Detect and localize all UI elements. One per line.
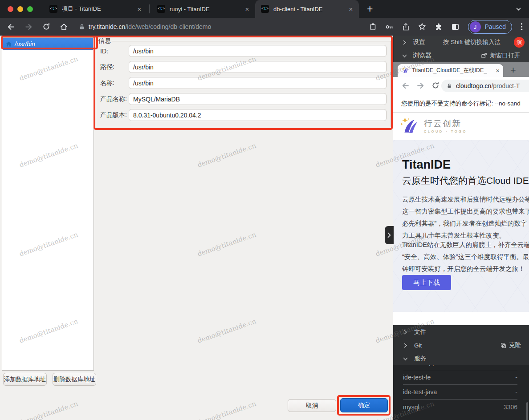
settings-label: 设置 xyxy=(413,38,425,46)
service-row[interactable]: ide-test-app-v1 - xyxy=(403,365,517,370)
product-name-label: 产品名称: xyxy=(100,95,129,103)
remove-database-button[interactable]: 删除数据库地址 xyxy=(53,373,96,386)
back-icon[interactable] xyxy=(7,23,15,31)
database-item-usr-bin[interactable]: /usr/bin xyxy=(3,38,93,50)
ide-side-panel: 设置 按 Shift 键切换输入法 演 浏览器 新窗口打开 xyxy=(393,36,529,420)
open-new-window-button[interactable]: 新窗口打开 xyxy=(481,52,521,60)
profile-paused-badge[interactable]: J Paused xyxy=(468,20,512,34)
extensions-puzzle-icon[interactable] xyxy=(435,23,443,31)
form-row: 产品版本: xyxy=(100,109,387,121)
titanide-favicon-icon: <t> xyxy=(261,5,269,13)
key-icon[interactable] xyxy=(385,23,394,31)
open-external-icon xyxy=(481,52,487,59)
minimize-window-button[interactable] xyxy=(17,6,23,12)
reload-icon[interactable] xyxy=(431,81,439,89)
close-tab-icon[interactable]: × xyxy=(346,5,355,13)
name-field[interactable] xyxy=(129,77,387,89)
back-icon[interactable] xyxy=(401,81,410,90)
name-label: 名称: xyxy=(100,79,129,87)
close-tab-icon[interactable]: × xyxy=(135,5,144,13)
embedded-tab-strip: TitanIDE_CloudIDE_在线IDE_ × + xyxy=(393,62,529,77)
git-section-header[interactable]: Git 克隆 xyxy=(393,339,529,352)
add-database-button[interactable]: 添加数据库地址 xyxy=(3,373,47,386)
lock-icon xyxy=(447,83,452,89)
cloudtogo-favicon-icon xyxy=(402,67,409,74)
tab-db-client[interactable]: <t> db-client - TitanIDE × xyxy=(255,0,359,18)
logo-text-cn: 行云创新 xyxy=(424,119,467,129)
hero-section: TitanIDE 云原生时代您的首选Cloud IDE 云原生技术高速发展和后疫… xyxy=(393,140,529,312)
settings-section-header[interactable]: 设置 按 Shift 键切换输入法 演 xyxy=(393,36,529,49)
tab-title: ruoyi - TitanIDE xyxy=(170,6,243,12)
product-version-label: 产品版本: xyxy=(100,111,129,119)
info-fieldset: 信息 ID: 路径: 名称: 产品名称: 产品版本: xyxy=(96,37,391,127)
browser-label: 浏览器 xyxy=(413,52,431,60)
home-icon[interactable] xyxy=(60,23,68,31)
download-button[interactable]: 马上下载 xyxy=(402,275,451,290)
service-row[interactable]: mysql 3306 xyxy=(403,400,517,414)
tab-project[interactable]: <t> 项目 - TitanIDE × xyxy=(44,0,147,18)
chevron-right-icon xyxy=(403,343,408,348)
reload-icon[interactable] xyxy=(42,23,50,31)
close-tab-icon[interactable]: × xyxy=(496,67,500,74)
path-label: 路径: xyxy=(100,63,129,71)
close-tab-icon[interactable]: × xyxy=(243,5,252,13)
new-tab-button[interactable]: + xyxy=(367,4,373,14)
chevron-down-icon xyxy=(403,356,408,361)
close-window-button[interactable] xyxy=(8,6,13,12)
ok-button[interactable]: 确定 xyxy=(340,398,388,412)
tab-search-chevron-icon[interactable] xyxy=(515,6,522,12)
panel-sections: 文件 Git 克隆 服务 xyxy=(393,325,529,365)
hero-title: TitanIDE xyxy=(402,158,451,172)
ime-hint-text: 按 Shift 键切换输入法 xyxy=(443,38,501,46)
id-field[interactable] xyxy=(129,45,387,57)
cancel-button[interactable]: 取消 xyxy=(288,399,336,412)
path-field[interactable] xyxy=(129,61,387,73)
home-icon xyxy=(6,41,12,47)
unsupported-flag-warning: 您使用的是不受支持的命令行标记: --no-sand xyxy=(393,95,529,113)
bookmark-star-icon[interactable] xyxy=(418,23,426,31)
database-list: /usr/bin xyxy=(2,37,94,371)
service-row[interactable]: ide-test-java - xyxy=(403,385,517,400)
clone-icon xyxy=(501,343,506,348)
side-panel-icon[interactable] xyxy=(451,23,460,31)
page-white-strip xyxy=(393,312,529,325)
services-section-header[interactable]: 服务 xyxy=(393,352,529,365)
tab-ruoyi[interactable]: <t> ruoyi - TitanIDE × xyxy=(151,0,255,18)
hero-paragraph-2: TitanIDE站在无数巨人的肩膀上，补齐全云端 “安全、高效、体验”这三个维度… xyxy=(402,239,529,275)
browser-section-header[interactable]: 浏览器 新窗口打开 xyxy=(393,49,529,62)
form-row: 产品名称: xyxy=(100,93,387,105)
panel-scrollbar[interactable] xyxy=(526,402,528,420)
embedded-address-bar[interactable]: cloudtogo.cn/product-T xyxy=(441,80,529,92)
service-row[interactable]: ide-test-fe - xyxy=(403,370,517,385)
git-clone-button[interactable]: 克隆 xyxy=(501,341,521,349)
tab-separator xyxy=(149,4,150,13)
forward-icon[interactable] xyxy=(416,81,425,90)
database-item-label: /usr/bin xyxy=(15,40,35,48)
cloudtogo-logo: 行云创新 CLOUD · TOGO xyxy=(393,113,529,140)
product-version-field[interactable] xyxy=(129,109,387,121)
embedded-new-tab-button[interactable]: + xyxy=(510,65,516,75)
panel-collapse-handle[interactable] xyxy=(385,226,394,244)
forward-icon[interactable] xyxy=(24,23,33,31)
address-bar[interactable]: try.titanide.cn/ide/web/coding/db-client… xyxy=(89,23,211,30)
product-name-field[interactable] xyxy=(129,93,387,105)
fieldset-legend: 信息 xyxy=(97,37,112,45)
services-list: ide-test-app-v1 - ide-test-fe - ide-test… xyxy=(393,365,529,420)
db-client-app: /usr/bin 信息 ID: 路径: 名称: 产品名称: 产品版本: xyxy=(0,36,393,420)
chevron-right-icon xyxy=(387,232,391,238)
menu-dots-icon[interactable] xyxy=(521,23,523,31)
logo-text-en: CLOUD · TOGO xyxy=(424,129,467,133)
clipboard-icon[interactable] xyxy=(369,23,377,31)
share-icon[interactable] xyxy=(402,23,410,31)
lock-icon[interactable] xyxy=(79,24,85,30)
hero-subtitle: 云原生时代您的首选Cloud IDE xyxy=(402,174,529,187)
id-label: ID: xyxy=(100,48,129,55)
browser-chrome: <t> 项目 - TitanIDE × <t> ruoyi - TitanIDE… xyxy=(0,0,529,36)
chevron-down-icon xyxy=(402,53,407,58)
form-row: 名称: xyxy=(100,77,387,89)
maximize-window-button[interactable] xyxy=(27,6,33,12)
embedded-tab[interactable]: TitanIDE_CloudIDE_在线IDE_ × xyxy=(398,64,503,77)
files-section-header[interactable]: 文件 xyxy=(393,325,529,339)
paused-label: Paused xyxy=(485,23,506,30)
demo-badge[interactable]: 演 xyxy=(514,37,525,48)
